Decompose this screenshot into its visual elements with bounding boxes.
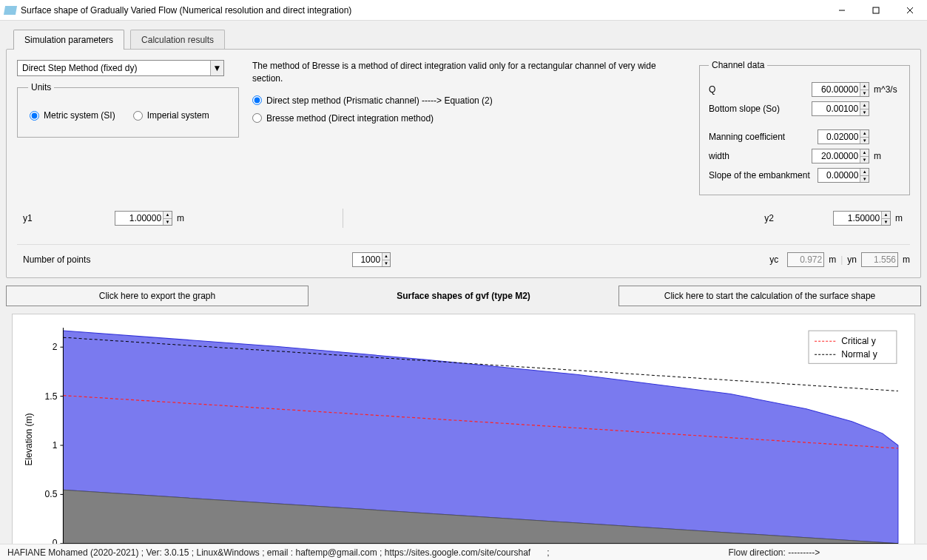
maximize-button[interactable] <box>859 0 893 21</box>
method-description: The method of Bresse is a method of dire… <box>252 60 678 85</box>
main-panel: ▼ Units Metric system (SI) Imperial syst… <box>6 49 921 278</box>
titlebar: Surface shape of Gradually Varied Flow (… <box>0 0 927 21</box>
so-label: Bottom slope (So) <box>709 104 812 114</box>
width-label: width <box>709 151 812 161</box>
y-axis-label: Elevation (m) <box>24 413 34 465</box>
y1-unit: m <box>177 213 184 223</box>
npoints-row: Number of points ▲▼ yc m | yn m <box>17 244 910 270</box>
radio-metric[interactable]: Metric system (SI) <box>30 110 115 121</box>
yc-label: yc <box>769 254 778 265</box>
radio-imperial-label: Imperial system <box>147 110 209 121</box>
radio-direct-step-label: Direct step method (Prismatic channel) -… <box>266 95 493 106</box>
width-unit: m <box>869 151 900 161</box>
tab-simulation-parameters[interactable]: Simulation parameters <box>13 30 124 50</box>
y2-input[interactable]: ▲▼ <box>833 211 891 226</box>
export-graph-button[interactable]: Click here to export the graph <box>6 286 309 306</box>
radio-metric-input[interactable] <box>30 111 39 121</box>
radio-imperial[interactable]: Imperial system <box>133 110 209 121</box>
radio-direct-step-input[interactable] <box>252 95 262 105</box>
y2-label: y2 <box>764 213 774 223</box>
yc-unit: m <box>829 254 836 265</box>
method-dropdown[interactable]: ▼ <box>17 60 224 76</box>
svg-rect-1 <box>873 7 879 13</box>
svg-text:1.5: 1.5 <box>45 391 58 402</box>
svg-text:2: 2 <box>53 342 58 352</box>
yn-label: yn <box>847 254 857 265</box>
q-unit: m^3/s <box>869 84 900 95</box>
radio-bresse[interactable]: Bresse method (Direct integration method… <box>252 113 678 124</box>
yc-value <box>787 252 824 267</box>
y2-unit: m <box>895 213 903 223</box>
embankment-input[interactable]: ▲▼ <box>818 168 869 183</box>
embankment-label: Slope of the embankment <box>709 170 818 181</box>
tab-calculation-results[interactable]: Calculation results <box>130 30 225 50</box>
svg-text:0.5: 0.5 <box>45 489 58 499</box>
y1-label: y1 <box>23 213 106 223</box>
close-button[interactable] <box>893 0 927 21</box>
svg-text:1: 1 <box>53 440 58 451</box>
flow-direction: Flow direction: ---------> <box>729 547 820 558</box>
statusbar: HAFIANE Mohamed (2020-2021) ; Ver: 3.0.1… <box>0 544 927 560</box>
chevron-down-icon[interactable]: ▼ <box>210 61 223 75</box>
channel-data-legend: Channel data <box>709 60 767 70</box>
app-icon <box>4 6 17 15</box>
yn-value <box>861 252 898 267</box>
radio-direct-step[interactable]: Direct step method (Prismatic channel) -… <box>252 95 678 106</box>
start-calculation-button[interactable]: Click here to start the calculation of t… <box>618 286 921 306</box>
manning-input[interactable]: ▲▼ <box>818 129 869 144</box>
channel-data-fieldset: Channel data Q ▲▼ m^3/s Bottom slope (So… <box>699 60 910 195</box>
window-title: Surface shape of Gradually Varied Flow (… <box>21 5 825 16</box>
status-left: HAFIANE Mohamed (2020-2021) ; Ver: 3.0.1… <box>7 547 530 558</box>
radio-bresse-label: Bresse method (Direct integration method… <box>266 113 434 124</box>
manning-label: Manning coefficient <box>709 132 818 142</box>
q-label: Q <box>709 84 812 95</box>
radio-bresse-input[interactable] <box>252 113 262 123</box>
status-sep: ; <box>547 547 549 558</box>
tabs: Simulation parameters Calculation result… <box>13 30 921 50</box>
method-dropdown-value[interactable] <box>18 61 210 75</box>
chart: 0 0.5 1 1.5 2 -500 -400 -300 -200 -100 0… <box>12 314 915 560</box>
units-legend: Units <box>28 82 54 92</box>
y1-input[interactable]: ▲▼ <box>115 211 172 226</box>
action-bar: Click here to export the graph Surface s… <box>6 286 921 306</box>
y-row: y1 ▲▼ m y2 ▲▼ m <box>17 209 910 234</box>
radio-metric-label: Metric system (SI) <box>44 110 115 121</box>
q-input[interactable]: ▲▼ <box>812 82 869 97</box>
npoints-label: Number of points <box>23 254 352 265</box>
so-input[interactable]: ▲▼ <box>812 101 869 116</box>
legend-critical: Critical y <box>841 336 876 346</box>
legend-normal: Normal y <box>841 349 877 360</box>
radio-imperial-input[interactable] <box>133 111 143 121</box>
chart-title: Surface shapes of gvf (type M2) <box>313 286 614 306</box>
units-fieldset: Units Metric system (SI) Imperial system <box>17 82 239 138</box>
chart-svg: 0 0.5 1 1.5 2 -500 -400 -300 -200 -100 0… <box>18 320 906 560</box>
yn-unit: m <box>903 254 910 265</box>
width-input[interactable]: ▲▼ <box>812 149 869 163</box>
divider <box>343 209 343 228</box>
minimize-button[interactable] <box>825 0 859 21</box>
npoints-input[interactable]: ▲▼ <box>352 252 391 267</box>
